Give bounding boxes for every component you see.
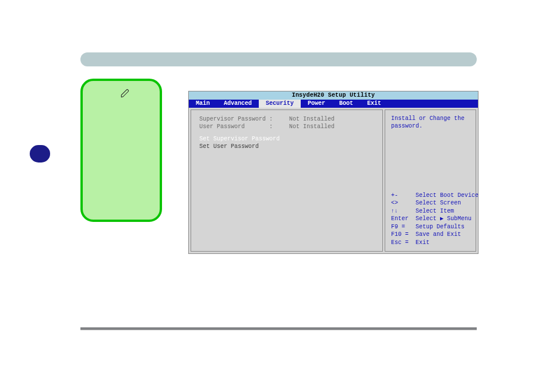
bios-tabbar: Main Advanced Security Power Boot Exit — [189, 100, 478, 108]
bios-left-pane: Supervisor Password : Not Installed User… — [191, 110, 383, 252]
label-user-password: User Password : — [199, 123, 287, 130]
value-user-password: Not Installed — [289, 123, 335, 130]
bios-right-pane: Install or Change the password. +- Selec… — [385, 110, 476, 252]
bios-help-text: Install or Change the password. — [391, 115, 470, 130]
tab-boot[interactable]: Boot — [332, 100, 360, 108]
bios-screenshot: InsydeH20 Setup Utility Main Advanced Se… — [188, 91, 478, 254]
side-tag-blue — [30, 145, 50, 163]
tab-security[interactable]: Security — [259, 100, 301, 108]
row-supervisor-password: Supervisor Password : Not Installed — [199, 116, 374, 122]
pencil-icon — [120, 88, 131, 98]
tab-power[interactable]: Power — [301, 100, 332, 108]
note-callout — [80, 79, 162, 222]
tab-advanced[interactable]: Advanced — [217, 100, 259, 108]
page-divider — [80, 327, 477, 330]
row-user-password: User Password : Not Installed — [199, 123, 374, 130]
page: InsydeH20 Setup Utility Main Advanced Se… — [0, 0, 556, 392]
bios-key-hints: +- Select Boot Device <> Select Screen ↑… — [391, 192, 478, 247]
menu-set-user-password[interactable]: Set User Password — [199, 143, 374, 150]
bios-title: InsydeH20 Setup Utility — [189, 91, 478, 100]
bios-body: Supervisor Password : Not Installed User… — [189, 108, 478, 253]
value-supervisor-password: Not Installed — [289, 116, 335, 122]
tab-main[interactable]: Main — [189, 100, 217, 108]
tab-exit[interactable]: Exit — [360, 100, 388, 108]
menu-set-supervisor-password[interactable]: Set Supervisor Password — [199, 136, 374, 142]
label-supervisor-password: Supervisor Password : — [199, 116, 287, 122]
page-header-bar — [80, 52, 477, 66]
